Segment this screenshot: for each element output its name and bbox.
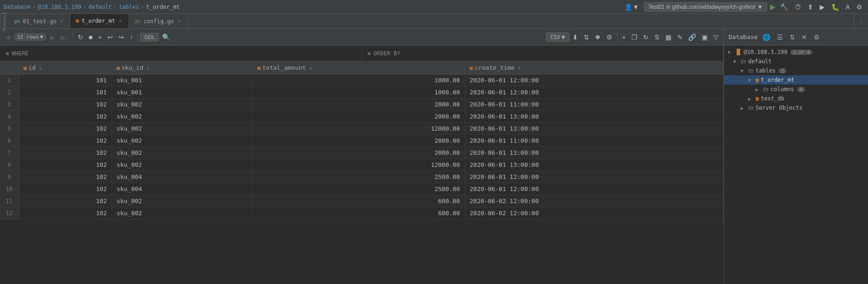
table-row[interactable]: 4 102 sku_002 2000.00 2020-06-01 13:00:0… [0, 111, 723, 123]
add-row-btn[interactable]: + [96, 32, 104, 42]
undo-btn[interactable]: ↩ [105, 32, 115, 42]
expand-t-order-mt-icon[interactable]: ▼ [748, 78, 754, 83]
col-header-id[interactable]: ▦id ⇅ [19, 61, 112, 74]
search-btn[interactable]: 🔍 [160, 32, 172, 42]
branch-selector[interactable]: Test01 in github.com/wbbdwyxyy/ch-go/tes… [644, 2, 767, 12]
tab-01test[interactable]: go 01_test.go × [8, 14, 70, 28]
table-row[interactable]: 2 101 sku_001 1000.00 2020-06-01 12:00:0… [0, 86, 723, 99]
table-view-btn[interactable]: ▦ [663, 32, 674, 42]
settings-panel-btn[interactable]: ⚙ [812, 33, 822, 42]
table-row[interactable]: 3 102 sku_002 2000.00 2020-06-01 11:00:0… [0, 99, 723, 111]
tab-t-order-mt-close[interactable]: × [118, 17, 123, 24]
commit-icon-btn[interactable]: ⏱ [793, 2, 803, 12]
prev-btn[interactable]: ◀ [3, 32, 13, 42]
breadcrumb-schema[interactable]: default [88, 4, 112, 10]
run-button[interactable]: ▶ [770, 2, 776, 11]
sort-icon-id[interactable]: ⇅ [39, 66, 42, 71]
export-btn[interactable]: ⬇ [570, 32, 580, 42]
breadcrumb-database[interactable]: Database [4, 4, 31, 10]
cell-create-time: 2020-06-01 13:00:00 [465, 159, 723, 171]
tree-table-t-order-mt[interactable]: ▼ ▦ t_order_mt [724, 75, 868, 85]
edit-btn[interactable]: ✎ [675, 32, 685, 42]
tab-01test-close[interactable]: × [59, 18, 65, 25]
link-btn[interactable]: 🔗 [686, 32, 698, 42]
cell-id: 102 [19, 171, 112, 183]
cell-create-time: 2020-06-01 13:00:00 [465, 123, 723, 135]
col-header-create-time[interactable]: ▦create_time ⇅ [465, 61, 723, 74]
csv-export-btn[interactable]: CSV ▼ [546, 33, 569, 42]
tree-server-objects[interactable]: ▶ 🗁 Server Objects [724, 103, 868, 112]
run2-icon-btn[interactable]: ▶ [818, 2, 827, 12]
col-header-total-amount[interactable]: ▦total_amount ⇅ [252, 61, 465, 74]
cell-id: 102 [19, 135, 112, 147]
tabs-more-btn[interactable]: ⋮ [854, 14, 868, 28]
table-row[interactable]: 8 102 sku_002 12000.00 2020-06-01 13:00:… [0, 159, 723, 171]
col-header-sku-id[interactable]: ▦sku_id ⇅ [112, 61, 252, 74]
table-row[interactable]: 7 102 sku_002 2000.00 2020-06-01 13:00:0… [0, 147, 723, 159]
tree-server[interactable]: ▼ ▐▌ @10.108.3.199 1 of 4 [724, 47, 868, 57]
tree-table-test-db[interactable]: ▶ ▦ test_db [724, 94, 868, 103]
table-row[interactable]: 5 102 sku_002 12000.00 2020-06-01 13:00:… [0, 123, 723, 135]
update-icon-btn[interactable]: ⬆ [806, 2, 815, 12]
filter-btn[interactable]: ⇅ [581, 32, 592, 42]
expand-server-objects-icon[interactable]: ▶ [741, 106, 746, 111]
cell-id: 102 [19, 99, 112, 111]
sort-icon-sku-id[interactable]: ⇅ [147, 66, 150, 71]
expand-test-db-icon[interactable]: ▶ [748, 96, 754, 101]
next-btn[interactable]: ▶ [48, 32, 58, 42]
breadcrumb-tables[interactable]: tables [119, 4, 139, 10]
filter-icon-btn[interactable]: ⇅ [788, 33, 797, 42]
table-row[interactable]: 10 102 sku_004 2500.00 2020-06-01 12:00:… [0, 183, 723, 195]
globe-icon-btn[interactable]: 🌐 [761, 33, 772, 42]
build-icon-btn[interactable]: 🔨 [778, 2, 790, 12]
cell-sku-id: sku_001 [112, 74, 252, 86]
cell-total-amount: 1000.00 [252, 86, 465, 99]
clone-btn[interactable]: ❖ [592, 32, 603, 42]
sort2-btn[interactable]: ⇅ [652, 32, 662, 42]
profile-btn[interactable]: 👤▼ [622, 2, 641, 12]
upload-btn[interactable]: ↑ [127, 32, 135, 42]
expand-server-icon[interactable]: ▼ [728, 50, 733, 55]
where-filter[interactable]: ≡ WHERE [0, 46, 362, 61]
go-file-icon: go [14, 18, 20, 24]
sort-icon-create-time[interactable]: ⇅ [518, 66, 521, 71]
debug-icon-btn[interactable]: 🐛 [829, 2, 841, 12]
tab-config[interactable]: go config.go × [129, 14, 188, 28]
table-row[interactable]: 11 102 sku_002 600.00 2020-06-02 12:00:0… [0, 195, 723, 207]
refresh-btn[interactable]: ↻ [75, 32, 85, 42]
expand-columns-icon[interactable]: ▶ [756, 87, 761, 92]
breadcrumb-server[interactable]: @10.108.3.199 [38, 4, 81, 10]
tables-folder-name: tables [756, 67, 776, 74]
add-col-btn[interactable]: + [620, 32, 628, 42]
table-row[interactable]: 9 102 sku_004 2500.00 2020-06-01 12:00:0… [0, 171, 723, 183]
row-number: 6 [0, 135, 19, 147]
advanced-filter-btn[interactable]: ▽ [711, 32, 721, 42]
expand-tables-icon[interactable]: ▼ [741, 68, 746, 73]
cell-id: 102 [19, 111, 112, 123]
ddl-button[interactable]: DDL [140, 33, 159, 41]
tab-t-order-mt[interactable]: ▦ t_order_mt × [70, 14, 129, 28]
copy-btn[interactable]: ❐ [629, 32, 640, 42]
close-panel-btn[interactable]: ✕ [800, 33, 809, 42]
table-row[interactable]: 6 102 sku_002 2000.00 2020-06-01 11:00:0… [0, 135, 723, 147]
orderby-filter[interactable]: ≡ ORDER BY [362, 46, 724, 61]
translate-icon-btn[interactable]: A [844, 2, 852, 12]
table-row[interactable]: 12 102 sku_002 600.00 2020-06-02 12:00:0… [0, 207, 723, 219]
tree-schema-default[interactable]: ▼ 🗁 default [724, 57, 868, 66]
stop-btn[interactable]: ■ [86, 32, 95, 42]
refresh2-btn[interactable]: ↻ [641, 32, 651, 42]
settings-btn[interactable]: ⚙ [604, 32, 615, 42]
sort-icon-total-amount[interactable]: ⇅ [309, 66, 312, 71]
table-row[interactable]: 1 101 sku_001 1000.00 2020-06-01 12:00:0… [0, 74, 723, 86]
settings-top-btn[interactable]: ⚙ [855, 2, 864, 12]
expand-schema-icon[interactable]: ▼ [733, 59, 739, 64]
rows-count-badge[interactable]: 12 rows ▼ [13, 33, 47, 41]
list-icon-btn[interactable]: ☰ [775, 33, 785, 42]
tab-config-close[interactable]: × [177, 18, 182, 25]
image-btn[interactable]: ▣ [699, 32, 710, 42]
database-tree: ▼ ▐▌ @10.108.3.199 1 of 4 ▼ 🗁 default ▼ … [724, 46, 868, 284]
next-end-btn[interactable]: ▶| [59, 32, 70, 42]
tree-columns-folder[interactable]: ▶ 🗁 columns 4 [724, 85, 868, 94]
redo-btn[interactable]: ↪ [116, 32, 126, 42]
tree-tables-folder[interactable]: ▼ 🗁 tables 2 [724, 66, 868, 75]
